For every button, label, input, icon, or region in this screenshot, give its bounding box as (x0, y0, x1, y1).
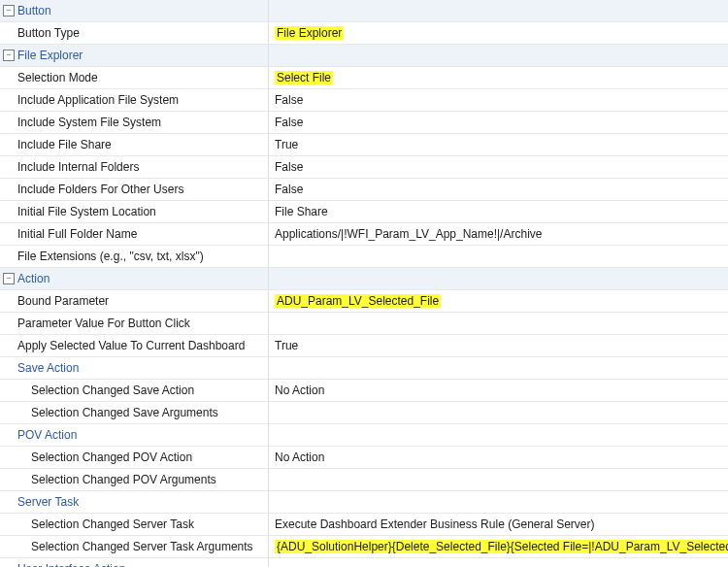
prop-sel-server-task[interactable]: Selection Changed Server Task Execute Da… (0, 514, 728, 536)
subcategory-ui-action[interactable]: User Interface Action (0, 558, 728, 567)
category-button[interactable]: − Button (0, 0, 728, 22)
prop-label: Selection Changed Server Task Arguments (31, 540, 253, 553)
prop-sel-save-action[interactable]: Selection Changed Save Action No Action (0, 380, 728, 402)
subcategory-label: POV Action (17, 428, 77, 442)
prop-value[interactable]: File Share (275, 205, 328, 218)
subcategory-label: User Interface Action (17, 562, 125, 567)
prop-include-other-users[interactable]: Include Folders For Other Users False (0, 179, 728, 201)
category-action[interactable]: − Action (0, 268, 728, 290)
prop-label: Initial Full Folder Name (17, 227, 137, 241)
prop-include-file-share[interactable]: Include File Share True (0, 134, 728, 156)
prop-value[interactable]: Applications/|!WFI_Param_LV_App_Name!|/A… (275, 227, 542, 241)
prop-label: Apply Selected Value To Current Dashboar… (17, 339, 245, 352)
prop-value[interactable]: True (275, 138, 298, 151)
prop-value[interactable]: False (275, 116, 303, 129)
prop-label: Include Folders For Other Users (17, 183, 183, 196)
prop-sel-pov-args: Selection Changed POV Arguments (0, 469, 728, 491)
category-label: File Explorer (17, 49, 83, 62)
subcategory-server-task[interactable]: Server Task (0, 491, 728, 514)
prop-bound-parameter[interactable]: Bound Parameter ADU_Param_LV_Selected_Fi… (0, 290, 728, 313)
prop-param-value-click[interactable]: Parameter Value For Button Click (0, 313, 728, 335)
prop-sel-server-task-args[interactable]: Selection Changed Server Task Arguments … (0, 536, 728, 558)
prop-label: Selection Changed Server Task (31, 517, 194, 531)
prop-button-type[interactable]: Button Type File Explorer (0, 22, 728, 45)
prop-value[interactable]: False (275, 160, 303, 174)
prop-value[interactable]: Select File (275, 71, 333, 84)
prop-value[interactable]: No Action (275, 450, 324, 464)
prop-value[interactable]: No Action (275, 384, 324, 397)
prop-label: File Extensions (e.g., "csv, txt, xlsx") (17, 250, 204, 263)
prop-label: Selection Changed Save Arguments (31, 406, 218, 419)
expander-icon[interactable]: − (3, 5, 15, 17)
prop-value[interactable]: False (275, 93, 303, 107)
prop-label: Selection Changed Save Action (31, 384, 194, 397)
prop-value[interactable]: {ADU_SolutionHelper}{Delete_Selected_Fil… (275, 540, 728, 553)
category-label: Button (17, 4, 51, 17)
prop-value[interactable]: True (275, 339, 298, 352)
prop-label: Include Application File System (17, 93, 179, 107)
prop-label: Include System File System (17, 116, 161, 129)
prop-sel-save-args: Selection Changed Save Arguments (0, 402, 728, 424)
prop-label: Include Internal Folders (17, 160, 139, 174)
property-grid: − Button Button Type File Explorer − Fil… (0, 0, 728, 567)
prop-label: Button Type (17, 26, 80, 40)
expander-icon[interactable]: − (3, 50, 15, 61)
prop-initial-full-folder[interactable]: Initial Full Folder Name Applications/|!… (0, 223, 728, 246)
subcategory-save-action[interactable]: Save Action (0, 357, 728, 380)
subcategory-label: Save Action (17, 361, 79, 375)
category-label: Action (17, 272, 50, 285)
prop-apply-selected[interactable]: Apply Selected Value To Current Dashboar… (0, 335, 728, 357)
prop-initial-fs-location[interactable]: Initial File System Location File Share (0, 201, 728, 223)
prop-value[interactable]: File Explorer (275, 26, 344, 40)
prop-label: Selection Changed POV Action (31, 450, 192, 464)
prop-label: Selection Mode (17, 71, 98, 84)
prop-label: Bound Parameter (17, 294, 109, 308)
prop-sel-pov-action[interactable]: Selection Changed POV Action No Action (0, 447, 728, 469)
prop-include-sys-fs[interactable]: Include System File System False (0, 112, 728, 134)
prop-label: Selection Changed POV Arguments (31, 473, 216, 486)
prop-label: Initial File System Location (17, 205, 156, 218)
subcategory-label: Server Task (17, 495, 79, 509)
subcategory-pov-action[interactable]: POV Action (0, 424, 728, 447)
prop-include-app-fs[interactable]: Include Application File System False (0, 89, 728, 112)
prop-value[interactable]: Execute Dashboard Extender Business Rule… (275, 517, 595, 531)
prop-label: Parameter Value For Button Click (17, 317, 190, 330)
prop-value[interactable]: ADU_Param_LV_Selected_File (275, 294, 441, 308)
prop-value[interactable]: False (275, 183, 303, 196)
prop-include-internal[interactable]: Include Internal Folders False (0, 156, 728, 179)
prop-selection-mode[interactable]: Selection Mode Select File (0, 67, 728, 89)
prop-label: Include File Share (17, 138, 112, 151)
category-file-explorer[interactable]: − File Explorer (0, 45, 728, 67)
prop-file-extensions[interactable]: File Extensions (e.g., "csv, txt, xlsx") (0, 246, 728, 268)
expander-icon[interactable]: − (3, 273, 15, 284)
